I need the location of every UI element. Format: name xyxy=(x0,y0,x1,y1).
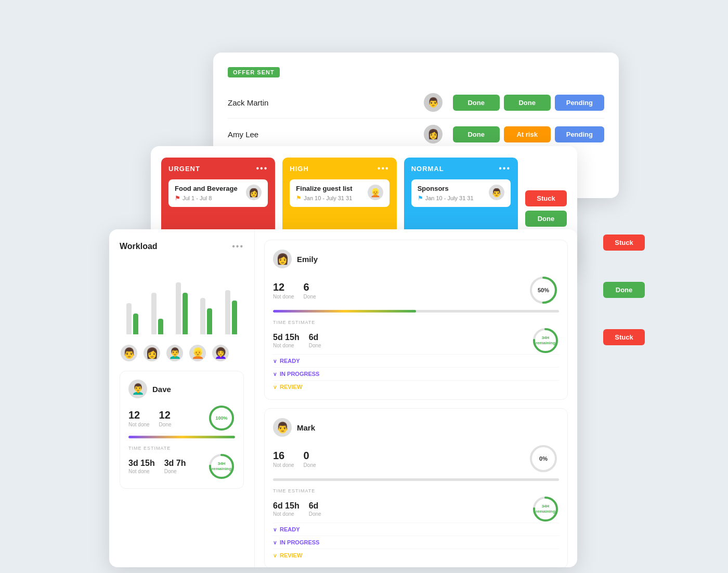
side-status-stuck-3[interactable]: Stuck xyxy=(603,329,645,345)
dave-time-done-num: 3d 7h xyxy=(164,459,186,468)
kanban-dots-high: ••• xyxy=(378,164,389,173)
mark-remaining-circle: 34Hremaining xyxy=(532,496,559,523)
task-date-high: ⚑ Jan 10 - July 31 31 xyxy=(296,194,352,202)
kanban-task-normal[interactable]: Sponsors ⚑ Jan 10 - July 31 31 👨 xyxy=(411,179,511,207)
emily-ready[interactable]: ∨ READY xyxy=(273,354,559,367)
emily-review[interactable]: ∨ REVIEW xyxy=(273,380,559,393)
dave-done-num: 12 xyxy=(159,409,172,421)
mark-time-not-done: 6d 15h Not done xyxy=(273,501,300,517)
side-status-stuck[interactable]: Stuck xyxy=(525,190,567,206)
emily-done: 6 Done xyxy=(304,281,316,299)
chevron-icon-mark-progress: ∨ xyxy=(273,540,277,545)
kanban-header-urgent: URGENT ••• xyxy=(168,164,268,173)
bar-green-1 xyxy=(133,314,138,334)
status-done-3[interactable]: Done xyxy=(453,126,500,142)
dave-remaining-circle: 34Hremaining xyxy=(208,453,235,480)
task-title-urgent: Food and Beverage xyxy=(175,185,238,192)
mark-card: 👨 Mark 16 Not done 0 Done xyxy=(264,408,568,567)
status-atrisk-1[interactable]: At risk xyxy=(504,126,551,142)
mark-in-progress[interactable]: ∨ IN PROGRESS xyxy=(273,536,559,549)
emily-pct-text: 50% xyxy=(538,287,549,293)
kanban-header-normal: NORMAL ••• xyxy=(411,164,511,173)
emily-stats-row: 12 Not done 6 Done 50% xyxy=(273,275,559,306)
dave-circle: 100% xyxy=(208,405,235,432)
dave-time-not-done: 3d 15h Not done xyxy=(128,459,155,474)
chevron-icon-mark-ready: ∨ xyxy=(273,527,277,532)
dave-header: 👨‍🦱 Dave xyxy=(128,380,235,398)
bar-group-3 xyxy=(173,282,190,334)
mark-name: Mark xyxy=(297,423,315,432)
mark-time-done: 6d Done xyxy=(309,501,321,517)
kanban-title-normal: NORMAL xyxy=(411,165,444,173)
mini-avatar-5: 👩‍🦱 xyxy=(211,344,230,362)
task-date-urgent: ⚑ Jul 1 - Jul 8 xyxy=(175,194,238,202)
mark-remaining-text: 34Hremaining xyxy=(536,504,555,514)
dave-time-row: 3d 15h Not done 3d 7h Done xyxy=(128,453,235,480)
offer-name-amy: Amy Lee xyxy=(228,130,424,139)
status-pending-2[interactable]: Pending xyxy=(555,126,604,142)
mark-done: 0 Done xyxy=(304,450,316,468)
mark-stats-row: 16 Not done 0 Done 0% xyxy=(273,443,559,474)
kanban-dots-normal: ••• xyxy=(499,164,511,173)
mini-avatar-1: 👨 xyxy=(120,344,138,362)
dave-remaining-text: 34Hremaining xyxy=(212,461,231,471)
task-avatar-urgent: 👩 xyxy=(246,185,262,200)
flag-blue-icon: ⚑ xyxy=(418,194,423,202)
kanban-dots-urgent: ••• xyxy=(256,164,268,173)
bar-gray-1 xyxy=(126,303,132,334)
emily-progress-fill xyxy=(273,310,416,312)
chevron-icon-emily-progress: ∨ xyxy=(273,371,277,377)
avatar-amy: 👩 xyxy=(424,125,443,144)
dave-card: 👨‍🦱 Dave 12 Not done 12 Done xyxy=(120,371,244,489)
dave-stats-row: 12 Not done 12 Done 100% xyxy=(128,405,235,432)
mark-header: 👨 Mark xyxy=(273,418,559,437)
mini-avatar-4: 👱 xyxy=(188,344,207,362)
offer-statuses-zack: Done Done Pending xyxy=(453,95,604,111)
task-title-normal: Sponsors xyxy=(418,185,474,192)
bar-group-2 xyxy=(148,293,165,334)
dave-circle-text: 100% xyxy=(215,415,227,421)
kanban-task-high[interactable]: Finalize guest list ⚑ Jan 10 - July 31 3… xyxy=(290,179,389,207)
side-status-done-2[interactable]: Done xyxy=(603,282,645,298)
mark-review[interactable]: ∨ REVIEW xyxy=(273,549,559,562)
front-card: Workload ••• xyxy=(109,229,577,567)
kanban-title-urgent: URGENT xyxy=(168,165,200,173)
emily-remaining-circle: 34Hremaining xyxy=(532,327,559,354)
kanban-title-high: HIGH xyxy=(290,165,309,173)
dave-not-done-label: Not done xyxy=(128,422,150,427)
emily-in-progress[interactable]: ∨ IN PROGRESS xyxy=(273,367,559,380)
workload-dots: ••• xyxy=(232,242,244,251)
side-status-stuck-2[interactable]: Stuck xyxy=(603,235,645,251)
emily-time-row: 5d 15h Not done 6d Done 34 xyxy=(273,327,559,354)
offer-row-zack: Zack Martin 👨 Done Done Pending xyxy=(228,87,604,119)
task-date-normal: ⚑ Jan 10 - July 31 31 xyxy=(418,194,474,202)
workload-panel: Workload ••• xyxy=(109,229,255,567)
task-avatar-high: 👱 xyxy=(368,185,383,200)
dave-time-done: 3d 7h Done xyxy=(164,459,186,474)
workload-bar-chart xyxy=(120,262,244,334)
kanban-task-urgent[interactable]: Food and Beverage ⚑ Jul 1 - Jul 8 👩 xyxy=(168,179,268,207)
dave-progress-bar xyxy=(128,436,235,438)
emily-avatar: 👩 xyxy=(273,250,292,268)
status-pending-1[interactable]: Pending xyxy=(555,95,604,111)
mini-avatar-3: 👨‍🦱 xyxy=(165,344,184,362)
dave-name: Dave xyxy=(152,385,171,394)
status-done-2[interactable]: Done xyxy=(504,95,551,111)
mini-avatar-2: 👩 xyxy=(142,344,161,362)
dave-avatar: 👨‍🦱 xyxy=(128,380,147,398)
mark-progress-bar xyxy=(273,478,559,481)
side-status-done[interactable]: Done xyxy=(525,211,567,227)
mark-avatar: 👨 xyxy=(273,418,292,437)
chevron-icon-mark-review: ∨ xyxy=(273,553,277,558)
emily-time-not-done: 5d 15h Not done xyxy=(273,333,300,348)
emily-remaining-text: 34Hremaining xyxy=(536,335,555,345)
avatar-zack: 👨 xyxy=(424,93,443,112)
dave-done-label: Done xyxy=(159,422,172,427)
dave-done: 12 Done xyxy=(159,409,172,427)
bar-green-5 xyxy=(232,301,237,334)
task-avatar-normal: 👨 xyxy=(489,185,504,200)
dave-time-not-done-num: 3d 15h xyxy=(128,459,155,468)
status-done-1[interactable]: Done xyxy=(453,95,500,111)
bar-gray-5 xyxy=(225,290,230,334)
mark-ready[interactable]: ∨ READY xyxy=(273,523,559,536)
